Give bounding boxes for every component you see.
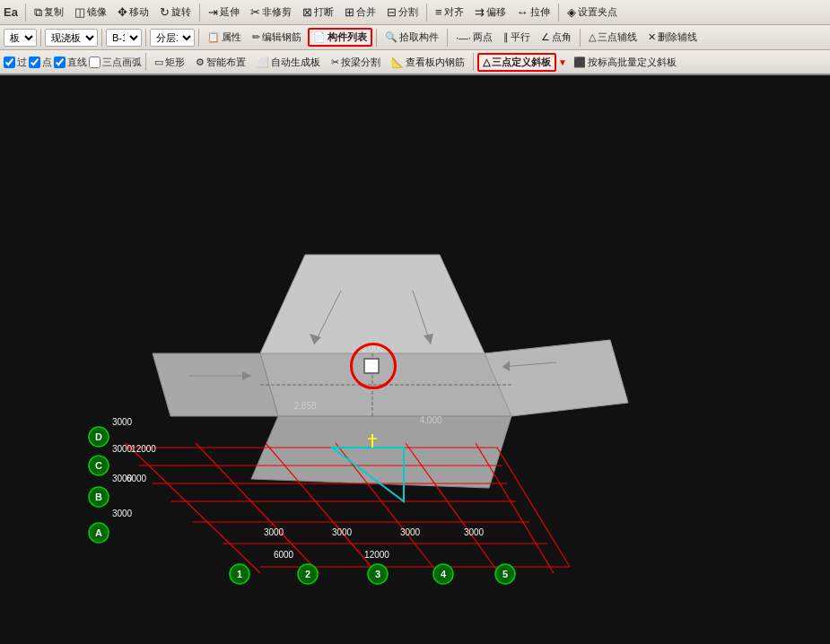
point-label: 点 (42, 56, 52, 69)
svg-marker-4 (485, 340, 628, 416)
svg-text:3000: 3000 (264, 527, 284, 537)
pickup-icon: 🔍 (385, 31, 398, 43)
batchslope-icon: ⬛ (573, 57, 586, 68)
svg-text:3000: 3000 (112, 417, 133, 427)
threeaux-button[interactable]: △三点辅线 (584, 29, 642, 46)
split-icon: ⊟ (387, 5, 397, 19)
smartplace-icon: ⚙ (196, 57, 205, 68)
svg-text:12000: 12000 (131, 444, 156, 454)
splitbeam-button[interactable]: ✂按梁分割 (327, 54, 385, 71)
autogen-icon: ⬜ (257, 57, 269, 68)
break-icon: ⊠ (302, 5, 312, 19)
svg-text:3000: 3000 (332, 527, 353, 537)
svg-rect-16 (364, 359, 379, 373)
setpoint-icon: ◈ (567, 5, 576, 19)
stretch-icon: ↔ (517, 5, 529, 19)
svg-text:6000: 6000 (127, 474, 147, 483)
setpoint-button[interactable]: ◈设置夹点 (563, 4, 622, 21)
filter-checkbox[interactable] (4, 57, 15, 68)
sep6 (101, 29, 102, 47)
merge-button[interactable]: ⊞合并 (340, 4, 380, 21)
svg-text:C: C (95, 460, 102, 471)
toolbar-row1: Ea ⧉复制 ◫镜像 ✥移动 ↻旋转 ⇥延伸 ✂非修剪 ⊠打断 ⊞合并 ⊟分割 … (0, 0, 830, 25)
break-button[interactable]: ⊠打断 (298, 4, 338, 21)
twopoint-button[interactable]: ·—·两点 (451, 29, 497, 46)
mirror-icon: ◫ (74, 5, 85, 19)
complist-button[interactable]: 📄构件列表 (308, 28, 372, 47)
offset-button[interactable]: ⇉偏移 (470, 4, 511, 21)
twopoint-icon: ·—· (456, 32, 471, 43)
move-button[interactable]: ✥移动 (113, 4, 153, 21)
split-button[interactable]: ⊟分割 (382, 4, 423, 21)
subtype-select[interactable]: 现浇板 (45, 29, 98, 47)
autogen-button[interactable]: ⬜自动生成板 (252, 54, 325, 71)
threedefslope-button[interactable]: △三点定义斜板 (477, 53, 556, 72)
editbar-button[interactable]: ✏编辑钢筋 (248, 29, 306, 46)
arc-label: 三点画弧 (102, 56, 142, 69)
app-title: Ea (4, 5, 18, 19)
mirror-button[interactable]: ◫镜像 (70, 4, 111, 21)
point-checkbox[interactable] (29, 57, 40, 68)
threeaux-icon: △ (589, 31, 596, 43)
sep12 (145, 53, 146, 71)
svg-text:4.000: 4.000 (419, 415, 441, 425)
extend-button[interactable]: ⇥延伸 (204, 4, 244, 21)
editbar-icon: ✏ (252, 31, 260, 43)
svg-text:5: 5 (502, 569, 508, 579)
svg-text:A: A (95, 527, 102, 538)
dropdown-arrow[interactable]: ▼ (558, 57, 567, 67)
parallel-button[interactable]: ∥平行 (499, 29, 535, 46)
svg-text:2: 2 (305, 569, 310, 579)
props-button[interactable]: 📋属性 (203, 29, 246, 46)
smartplace-button[interactable]: ⚙智能布置 (191, 54, 250, 71)
batchslope-button[interactable]: ⬛按标高批量定义斜板 (569, 54, 681, 71)
svg-text:4: 4 (441, 569, 447, 579)
viewrebar-button[interactable]: 📐查看板内钢筋 (387, 54, 469, 71)
svg-text:2.858: 2.858 (293, 401, 316, 411)
line-checkbox[interactable] (54, 57, 66, 68)
layer-select[interactable]: B-1 (106, 29, 142, 47)
svg-text:3000: 3000 (464, 527, 485, 537)
align-button[interactable]: ≡对齐 (431, 4, 468, 21)
arc-checkbox[interactable] (89, 57, 100, 68)
svg-text:3000: 3000 (400, 527, 421, 537)
sep7 (145, 29, 146, 47)
sep1 (25, 4, 26, 22)
level-select[interactable]: 分层1 (150, 29, 195, 47)
main-drawing: 1.000 2.858 4.000 1 2 3 (0, 75, 830, 644)
canvas-area[interactable]: 1.000 2.858 4.000 1 2 3 (0, 75, 830, 644)
type-select[interactable]: 板 (4, 29, 37, 47)
sep5 (40, 29, 41, 47)
splitbeam-icon: ✂ (331, 57, 339, 68)
toolbar-row3: 过 点 直线 三点画弧 ▭矩形 ⚙智能布置 ⬜自动生成板 ✂按梁分割 📐查看板内… (0, 50, 830, 75)
sep13 (473, 53, 474, 71)
angle-button[interactable]: ∠点角 (537, 29, 576, 46)
trim-button[interactable]: ✂非修剪 (246, 4, 296, 21)
svg-text:3: 3 (375, 569, 380, 579)
svg-text:3000: 3000 (112, 509, 133, 518)
svg-marker-5 (251, 416, 511, 488)
rect-icon: ▭ (154, 57, 163, 68)
sep10 (447, 29, 448, 47)
merge-icon: ⊞ (345, 5, 354, 19)
pickup-button[interactable]: 🔍拾取构件 (380, 29, 443, 46)
line-label: 直线 (67, 56, 87, 69)
rotate-button[interactable]: ↻旋转 (155, 4, 196, 21)
align-icon: ≡ (435, 5, 442, 19)
sep3 (426, 4, 427, 22)
copy-button[interactable]: ⧉复制 (30, 4, 68, 22)
props-icon: 📋 (207, 31, 220, 43)
viewrebar-icon: 📐 (391, 57, 404, 68)
toolbar-row2: 板 现浇板 B-1 分层1 📋属性 ✏编辑钢筋 📄构件列表 🔍拾取构件 ·—·两… (0, 25, 830, 50)
stretch-button[interactable]: ↔拉伸 (512, 4, 555, 21)
svg-text:1: 1 (237, 569, 242, 579)
svg-text:12000: 12000 (364, 550, 389, 560)
svg-text:1.000: 1.000 (361, 344, 383, 353)
sep8 (198, 29, 199, 47)
parallel-icon: ∥ (503, 31, 509, 43)
delaux-button[interactable]: ✕删除辅线 (643, 29, 702, 46)
rect-button[interactable]: ▭矩形 (150, 54, 189, 71)
copy-icon: ⧉ (34, 5, 42, 20)
svg-text:D: D (95, 431, 102, 442)
svg-text:3000: 3000 (112, 444, 133, 454)
